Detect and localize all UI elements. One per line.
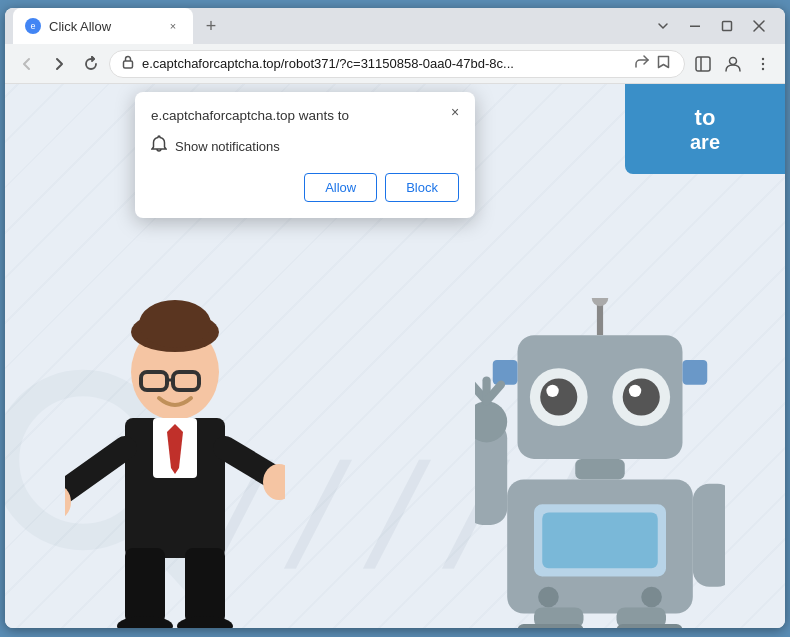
svg-rect-48	[693, 484, 725, 587]
svg-point-9	[762, 62, 764, 64]
svg-point-46	[641, 587, 662, 608]
bell-icon	[151, 135, 167, 157]
window-controls	[649, 12, 777, 40]
bookmark-icon[interactable]	[655, 53, 672, 74]
svg-point-36	[623, 378, 660, 415]
top-right-banner: to are	[625, 84, 785, 174]
svg-rect-5	[696, 57, 710, 71]
nav-bar: e.captchaforcaptcha.top/robot371/?c=3115…	[5, 44, 785, 84]
svg-point-8	[762, 57, 764, 59]
person-illustration	[65, 268, 285, 628]
permission-text: Show notifications	[175, 139, 280, 154]
svg-point-35	[540, 378, 577, 415]
svg-rect-27	[185, 548, 225, 624]
minimize-button[interactable]	[681, 12, 709, 40]
svg-rect-4	[124, 61, 133, 68]
address-actions	[633, 53, 672, 74]
svg-rect-52	[518, 624, 584, 628]
share-icon[interactable]	[633, 53, 651, 74]
nav-extras	[689, 50, 777, 78]
tab-bar: e Click Allow × +	[13, 8, 649, 44]
restore-button[interactable]	[713, 12, 741, 40]
dialog-permission-row: Show notifications	[151, 135, 459, 157]
svg-rect-0	[690, 26, 700, 28]
banner-text-2: are	[690, 131, 720, 154]
dialog-buttons: Allow Block	[151, 173, 459, 202]
svg-point-31	[592, 298, 609, 306]
svg-point-10	[762, 67, 764, 69]
page-content: to are ╱ ╱ ╱ ╱ ╱	[5, 84, 785, 628]
forward-button[interactable]	[45, 50, 73, 78]
svg-point-38	[629, 385, 641, 397]
svg-rect-44	[542, 513, 658, 569]
reload-button[interactable]	[77, 50, 105, 78]
permission-dialog: × e.captchaforcaptcha.top wants to Show …	[135, 92, 475, 218]
banner-text-1: to	[695, 105, 716, 131]
profile-icon[interactable]	[719, 50, 747, 78]
close-button[interactable]	[745, 12, 773, 40]
sidebar-icon[interactable]	[689, 50, 717, 78]
svg-rect-53	[617, 624, 683, 628]
svg-rect-41	[575, 459, 625, 480]
url-text: e.captchaforcaptcha.top/robot371/?c=3115…	[142, 56, 625, 71]
new-tab-button[interactable]: +	[197, 12, 225, 40]
dialog-close-button[interactable]: ×	[445, 102, 465, 122]
svg-rect-26	[125, 548, 165, 624]
browser-window: e Click Allow × +	[5, 8, 785, 628]
dialog-title: e.captchaforcaptcha.top wants to	[151, 108, 459, 123]
chrome-menu-icon[interactable]	[749, 50, 777, 78]
tab-close-button[interactable]: ×	[165, 18, 181, 34]
svg-point-7	[730, 57, 737, 64]
tab-title: Click Allow	[49, 19, 157, 34]
svg-point-45	[538, 587, 559, 608]
block-button[interactable]: Block	[385, 173, 459, 202]
svg-line-22	[65, 448, 125, 498]
title-bar: e Click Allow × +	[5, 8, 785, 44]
back-button[interactable]	[13, 50, 41, 78]
chrome-menu-button[interactable]	[649, 12, 677, 40]
active-tab[interactable]: e Click Allow ×	[13, 8, 193, 44]
svg-point-37	[546, 385, 558, 397]
robot-illustration	[475, 298, 725, 628]
allow-button[interactable]: Allow	[304, 173, 377, 202]
address-bar[interactable]: e.captchaforcaptcha.top/robot371/?c=3115…	[109, 50, 685, 78]
svg-point-16	[139, 300, 211, 348]
lock-icon	[122, 55, 134, 72]
svg-rect-1	[723, 22, 732, 31]
svg-rect-39	[493, 360, 518, 385]
tab-favicon: e	[25, 18, 41, 34]
svg-rect-40	[683, 360, 708, 385]
